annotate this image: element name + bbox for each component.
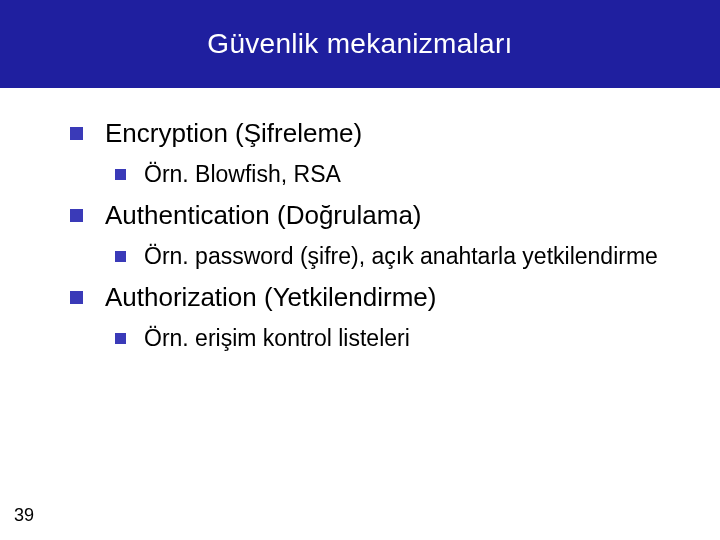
list-item-label: Encryption (Şifreleme) xyxy=(105,118,362,149)
slide-content: Encryption (Şifreleme) Örn. Blowfish, RS… xyxy=(0,88,720,352)
list-subitem: Örn. password (şifre), açık anahtarla ye… xyxy=(115,243,675,270)
list-item: Authorization (Yetkilendirme) Örn. erişi… xyxy=(70,282,675,352)
square-bullet-icon xyxy=(115,251,126,262)
slide-title: Güvenlik mekanizmaları xyxy=(207,28,512,60)
list-item: Authentication (Doğrulama) Örn. password… xyxy=(70,200,675,270)
list-item-label: Authorization (Yetkilendirme) xyxy=(105,282,436,313)
title-bar: Güvenlik mekanizmaları xyxy=(0,0,720,88)
list-item: Encryption (Şifreleme) Örn. Blowfish, RS… xyxy=(70,118,675,188)
list-subitem-label: Örn. erişim kontrol listeleri xyxy=(144,325,410,352)
square-bullet-icon xyxy=(115,333,126,344)
list-item-label: Authentication (Doğrulama) xyxy=(105,200,422,231)
list-subitem-label: Örn. password (şifre), açık anahtarla ye… xyxy=(144,243,658,270)
square-bullet-icon xyxy=(115,169,126,180)
square-bullet-icon xyxy=(70,127,83,140)
list-subitem: Örn. erişim kontrol listeleri xyxy=(115,325,675,352)
square-bullet-icon xyxy=(70,209,83,222)
list-subitem: Örn. Blowfish, RSA xyxy=(115,161,675,188)
list-subitem-label: Örn. Blowfish, RSA xyxy=(144,161,341,188)
page-number: 39 xyxy=(14,505,34,526)
square-bullet-icon xyxy=(70,291,83,304)
